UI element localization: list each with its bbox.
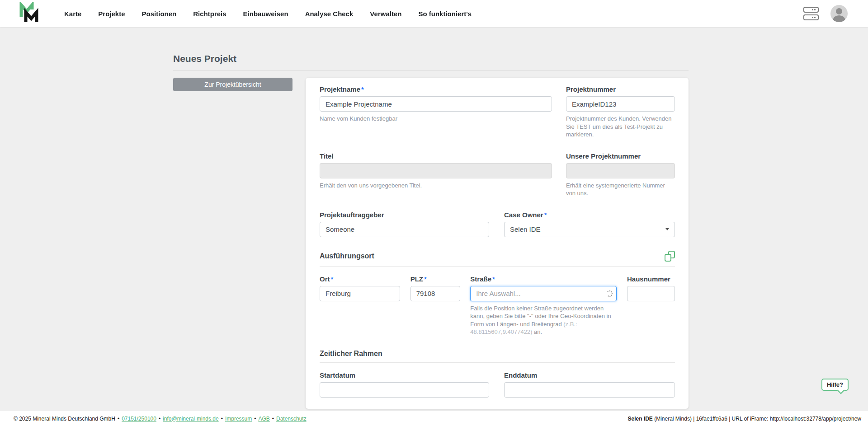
- nav-item-verwalten[interactable]: Verwalten: [370, 10, 401, 18]
- footer-app-name: Selen IDE: [628, 416, 653, 422]
- hausnummer-label: Hausnummer: [627, 275, 675, 283]
- footer-copyright: © 2025 Mineral Minds Deutschland GmbH: [14, 416, 115, 422]
- ort-label: Ort*: [320, 275, 400, 283]
- projektname-input[interactable]: [320, 96, 552, 112]
- strasse-helper: Falls die Position keiner Straße zugeord…: [470, 304, 617, 336]
- zeitlicher-rahmen-section-title: Zeitlicher Rahmen: [320, 350, 382, 358]
- projektnummer-helper: Projektnummer des Kunden. Verwenden Sie …: [566, 115, 675, 139]
- titel-label: Titel: [320, 152, 552, 160]
- footer-datenschutz-link[interactable]: Datenschutz: [276, 416, 307, 422]
- case-owner-selected-value: Selen IDE: [510, 225, 541, 233]
- projektnummer-label: Projektnummer: [566, 85, 675, 93]
- left-column: Zur Projektübersicht: [173, 78, 292, 91]
- startdatum-label: Startdatum: [320, 371, 489, 379]
- projektauftraggeber-label: Projektauftraggeber: [320, 211, 489, 219]
- loading-spinner-icon: [606, 290, 613, 297]
- nav-item-karte[interactable]: Karte: [64, 10, 81, 18]
- case-owner-label-text: Case Owner: [504, 211, 543, 219]
- strasse-label-text: Straße: [470, 275, 491, 283]
- footer-email-link[interactable]: info@mineral-minds.de: [163, 416, 219, 422]
- footer: © 2025 Mineral Minds Deutschland GmbH • …: [0, 411, 868, 426]
- section-divider: [320, 362, 675, 363]
- ausfuehrungsort-section-title: Ausführungsort: [320, 252, 374, 260]
- required-asterisk: *: [361, 85, 364, 93]
- nav-item-einbauweisen[interactable]: Einbauweisen: [243, 10, 288, 18]
- page-title: Neues Projekt: [173, 53, 689, 64]
- case-owner-select[interactable]: Selen IDE: [504, 222, 675, 237]
- main-nav: Karte Projekte Positionen Richtpreis Ein…: [64, 10, 472, 18]
- copy-icon-front: [665, 254, 671, 262]
- avatar-body: [833, 15, 845, 22]
- footer-impressum-link[interactable]: Impressum: [225, 416, 252, 422]
- footer-left: © 2025 Mineral Minds Deutschland GmbH • …: [14, 416, 307, 422]
- plz-label: PLZ*: [410, 275, 460, 283]
- projektauftraggeber-input[interactable]: [320, 222, 489, 237]
- unsere-projektnummer-label: Unsere Projektnummer: [566, 152, 675, 160]
- titel-input: [320, 163, 552, 178]
- enddatum-label: Enddatum: [504, 371, 675, 379]
- strasse-helper-text: Falls die Position keiner Straße zugeord…: [470, 305, 611, 328]
- help-button[interactable]: Hilfe?: [821, 379, 849, 391]
- top-navbar: Karte Projekte Positionen Richtpreis Ein…: [0, 0, 868, 27]
- footer-separator: •: [272, 416, 274, 422]
- startdatum-input[interactable]: [320, 382, 489, 398]
- avatar-head: [836, 8, 842, 14]
- footer-separator: •: [118, 416, 119, 422]
- projektname-label: Projektname*: [320, 85, 552, 93]
- strasse-input[interactable]: [470, 286, 617, 301]
- case-owner-label: Case Owner*: [504, 211, 675, 219]
- footer-separator: •: [221, 416, 223, 422]
- plz-label-text: PLZ: [410, 275, 423, 283]
- copy-icon[interactable]: [665, 251, 675, 262]
- footer-separator: •: [159, 416, 160, 422]
- title-divider: [173, 70, 689, 71]
- projektname-label-text: Projektname: [320, 85, 360, 93]
- ort-input[interactable]: [320, 286, 400, 301]
- footer-agb-link[interactable]: AGB: [258, 416, 269, 422]
- server-icon-row: [803, 7, 819, 13]
- back-to-project-overview-button[interactable]: Zur Projektübersicht: [173, 78, 292, 91]
- mineral-minds-logo-icon[interactable]: [18, 2, 43, 25]
- footer-session-info: Selen IDE (Mineral Minds) | 16fae1ffc6a6…: [628, 416, 862, 422]
- nav-item-positionen[interactable]: Positionen: [142, 10, 177, 18]
- nav-item-analyse-check[interactable]: Analyse Check: [305, 10, 354, 18]
- required-asterisk: *: [544, 211, 547, 219]
- nav-item-projekte[interactable]: Projekte: [98, 10, 125, 18]
- required-asterisk: *: [492, 275, 495, 283]
- nav-item-richtpreis[interactable]: Richtpreis: [193, 10, 226, 18]
- footer-separator: •: [254, 416, 256, 422]
- footer-session-details: (Mineral Minds) | 16fae1ffc6a6 | URL of …: [653, 416, 861, 422]
- new-project-form-card: Projektname* Name vom Kunden festlegbar …: [306, 78, 689, 409]
- enddatum-input[interactable]: [504, 382, 675, 398]
- nav-item-so-funktionierts[interactable]: So funktioniert's: [418, 10, 472, 18]
- unsere-projektnummer-helper: Erhält eine systemgenerierte Nummer von …: [566, 182, 675, 197]
- ort-label-text: Ort: [320, 275, 330, 283]
- chevron-down-icon: [665, 228, 669, 230]
- strasse-label: Straße*: [470, 275, 617, 283]
- user-avatar-icon[interactable]: [830, 5, 848, 22]
- footer-phone-link[interactable]: 07151/250100: [122, 416, 156, 422]
- plz-input[interactable]: [410, 286, 460, 301]
- hausnummer-input[interactable]: [627, 286, 675, 301]
- unsere-projektnummer-input: [566, 163, 675, 178]
- server-icon-row: [803, 14, 819, 20]
- required-asterisk: *: [424, 275, 427, 283]
- page-content: Neues Projekt Zur Projektübersicht Proje…: [173, 27, 689, 426]
- projektnummer-input[interactable]: [566, 96, 675, 112]
- section-divider: [320, 266, 675, 267]
- server-icon[interactable]: [803, 7, 819, 20]
- titel-helper: Erhält den von uns vorgegebenen Titel.: [320, 182, 552, 190]
- projektname-helper: Name vom Kunden festlegbar: [320, 115, 552, 123]
- strasse-helper-suffix: an.: [532, 328, 542, 335]
- required-asterisk: *: [331, 275, 334, 283]
